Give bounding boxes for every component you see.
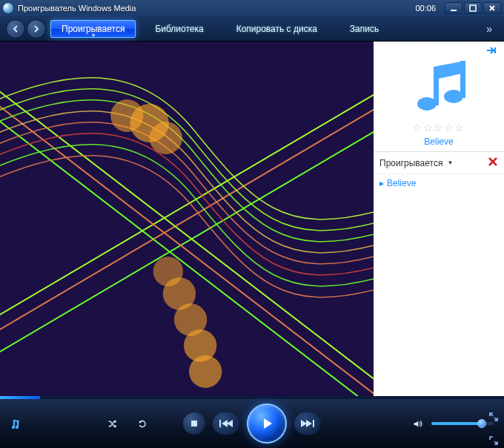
album-art-music-icon xyxy=(405,50,473,119)
transport-controls xyxy=(183,403,321,444)
svg-rect-17 xyxy=(494,47,496,53)
svg-rect-25 xyxy=(219,420,221,427)
svg-point-23 xyxy=(16,426,19,429)
svg-point-16 xyxy=(189,355,222,388)
now-playing-sidebar: ☆☆☆☆☆ Believe Проигрывается ▼ ▶ Believe xyxy=(374,42,504,396)
fullscreen-button[interactable] xyxy=(488,411,500,423)
content-area: ☆☆☆☆☆ Believe Проигрывается ▼ ▶ Believe xyxy=(0,42,504,396)
nav-back-button[interactable] xyxy=(6,19,25,39)
chevron-down-icon[interactable]: ▼ xyxy=(447,159,453,166)
titlebar: Проигрыватель Windows Media 00:06 xyxy=(0,0,504,16)
compact-mode-button[interactable] xyxy=(488,435,500,447)
rating-stars[interactable]: ☆☆☆☆☆ xyxy=(413,122,465,134)
hide-playlist-arrow-icon[interactable] xyxy=(486,46,497,57)
track-title-link[interactable]: Believe xyxy=(424,136,453,147)
tab-library[interactable]: Библиотека xyxy=(142,19,216,39)
playlist-item[interactable]: ▶ Believe xyxy=(374,174,504,192)
playlist-dropdown[interactable]: Проигрывается xyxy=(379,158,442,168)
tab-now-playing[interactable]: Проигрывается xyxy=(50,20,136,38)
tab-rip[interactable]: Копировать с диска xyxy=(223,19,331,39)
svg-rect-24 xyxy=(191,421,197,426)
wmp-app-icon xyxy=(3,3,13,13)
minimize-button[interactable] xyxy=(445,2,462,14)
more-tabs-chevron-icon[interactable]: » xyxy=(480,20,498,38)
tab-burn[interactable]: Запись xyxy=(336,19,392,39)
playlist-header: Проигрывается ▼ xyxy=(374,152,504,174)
previous-button[interactable] xyxy=(213,412,239,435)
playlist-item-label: Believe xyxy=(387,178,416,188)
sidebar-track-info: ☆☆☆☆☆ Believe xyxy=(374,42,504,152)
play-button[interactable] xyxy=(247,403,287,444)
playback-time: 00:06 xyxy=(415,4,436,13)
svg-point-22 xyxy=(12,426,15,429)
svg-rect-0 xyxy=(451,10,457,11)
window-title: Проигрыватель Windows Media xyxy=(18,4,415,13)
svg-point-11 xyxy=(150,122,182,154)
visualization-pane xyxy=(0,42,374,396)
nav-forward-button[interactable] xyxy=(27,19,46,39)
tabbar: Проигрывается Библиотека Копировать с ди… xyxy=(0,16,504,42)
close-button[interactable] xyxy=(483,2,501,14)
player-controls xyxy=(0,399,504,448)
mute-button[interactable] xyxy=(409,415,425,432)
repeat-button[interactable] xyxy=(133,415,150,432)
maximize-button[interactable] xyxy=(464,2,482,14)
stop-button[interactable] xyxy=(183,412,205,435)
svg-rect-1 xyxy=(470,5,476,11)
next-button[interactable] xyxy=(294,412,321,435)
shuffle-button[interactable] xyxy=(104,415,120,432)
switch-to-compact-icon[interactable] xyxy=(10,417,24,430)
playing-indicator-icon: ▶ xyxy=(379,180,384,187)
svg-rect-26 xyxy=(313,420,314,427)
clear-playlist-x-icon[interactable] xyxy=(488,157,498,169)
